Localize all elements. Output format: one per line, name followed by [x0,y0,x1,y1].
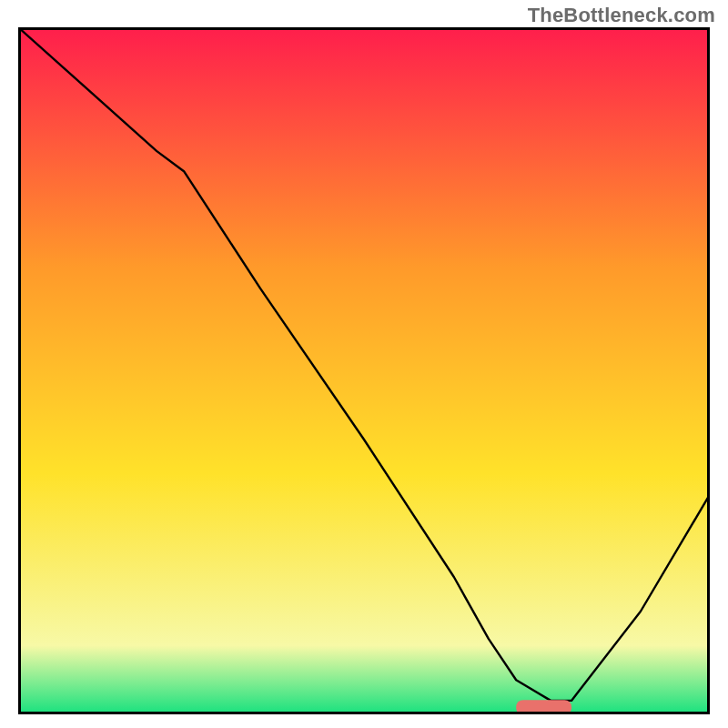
plot-area [18,27,710,714]
watermark-label: TheBottleneck.com [528,4,715,27]
chart-svg [18,27,710,714]
chart-stage: TheBottleneck.com [0,0,728,728]
gradient-background [18,27,710,714]
optimal-range-marker [516,700,571,714]
